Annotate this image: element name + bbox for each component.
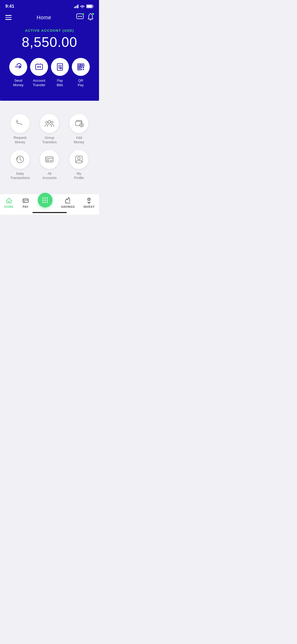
svg-rect-14	[78, 68, 80, 69]
add-money-button[interactable]: AddMoney	[66, 114, 92, 145]
my-profile-label: MyProfile	[74, 172, 84, 181]
pay-bills-label: PayBills	[57, 79, 63, 88]
grid-row-1: RequestMoney GroupTransfers	[5, 114, 94, 145]
svg-rect-13	[82, 65, 83, 66]
notifications-button[interactable]	[87, 13, 94, 22]
nav-savings-label: SAVINGS	[61, 205, 75, 208]
my-profile-icon-circle	[69, 150, 88, 169]
nav-savings[interactable]: SAVINGS	[61, 197, 75, 208]
status-icons	[74, 4, 94, 8]
request-money-button[interactable]: RequestMoney	[7, 114, 33, 145]
svg-rect-15	[81, 67, 82, 68]
add-money-label: AddMoney	[74, 136, 84, 145]
daily-transactions-icon-circle	[11, 150, 30, 169]
grid-row-2: DailyTransactions AllAccounts	[5, 150, 94, 181]
wifi-icon	[80, 4, 85, 8]
home-indicator	[32, 212, 67, 213]
svg-rect-26	[47, 160, 49, 161]
header-actions	[76, 13, 94, 22]
nav-invest-label: INVEST	[83, 205, 95, 208]
send-money-button[interactable]: SendMoney	[9, 58, 27, 88]
nav-center-icon-circle	[38, 193, 53, 208]
svg-point-34	[42, 200, 43, 201]
pay-bills-icon-circle	[51, 58, 69, 76]
svg-point-38	[44, 202, 45, 203]
svg-point-19	[48, 120, 51, 123]
group-transfers-button[interactable]: GroupTransfers	[36, 114, 63, 145]
svg-point-33	[46, 197, 48, 199]
svg-point-28	[78, 157, 80, 160]
svg-point-5	[81, 16, 82, 17]
nav-pay-label: PAY	[23, 205, 29, 208]
svg-point-35	[44, 200, 45, 201]
send-money-label: SendMoney	[13, 79, 23, 88]
nav-invest[interactable]: INVEST	[83, 197, 95, 208]
nav-pay[interactable]: PAY	[22, 197, 29, 208]
balance-amount: 8,550.00	[5, 34, 94, 50]
svg-point-36	[46, 200, 48, 201]
qr-pay-icon-circle	[72, 58, 90, 76]
svg-point-20	[46, 121, 48, 123]
svg-point-3	[78, 16, 79, 17]
svg-point-21	[51, 121, 53, 123]
svg-point-32	[44, 197, 45, 199]
daily-transactions-button[interactable]: DailyTransactions	[7, 150, 33, 181]
messages-button[interactable]	[76, 13, 84, 21]
account-transfer-label: AccountTransfer	[33, 79, 45, 88]
all-accounts-label: AllAccounts	[43, 172, 56, 181]
nav-home[interactable]: HOME	[4, 197, 13, 208]
signal-icon	[74, 4, 79, 8]
notifications-dot	[92, 13, 94, 15]
header-title: Home	[37, 15, 51, 21]
account-label: ACTIVE ACCOUNT (USD)	[5, 29, 94, 33]
svg-point-37	[42, 202, 43, 203]
qr-pay-label: QRPay	[78, 79, 83, 88]
svg-point-31	[42, 197, 43, 199]
group-transfers-label: GroupTransfers	[42, 136, 56, 145]
request-money-label: RequestMoney	[14, 136, 26, 145]
nav-home-label: HOME	[4, 205, 13, 208]
svg-rect-18	[83, 69, 84, 70]
svg-point-39	[46, 202, 48, 203]
svg-rect-30	[24, 201, 25, 202]
daily-transactions-label: DailyTransactions	[10, 172, 30, 181]
status-bar: 9:41	[0, 0, 99, 11]
svg-point-4	[79, 16, 81, 17]
grid-section: RequestMoney GroupTransfers	[0, 101, 99, 191]
quick-actions: SendMoney AccountTransfer	[5, 58, 94, 88]
bottom-nav: HOME PAY	[0, 194, 99, 215]
header: Home	[0, 11, 99, 26]
request-money-icon-circle	[11, 114, 30, 133]
send-money-icon-circle	[9, 58, 27, 76]
svg-rect-16	[83, 67, 84, 68]
svg-rect-12	[78, 65, 80, 66]
my-profile-button[interactable]: MyProfile	[66, 150, 92, 181]
account-transfer-button[interactable]: AccountTransfer	[30, 58, 48, 88]
account-transfer-icon-circle	[30, 58, 48, 76]
all-accounts-button[interactable]: AllAccounts	[36, 150, 63, 181]
svg-rect-17	[81, 69, 82, 70]
all-accounts-icon-circle	[40, 150, 59, 169]
svg-rect-29	[23, 199, 28, 203]
qr-pay-button[interactable]: QRPay	[72, 58, 90, 88]
svg-rect-1	[87, 5, 92, 8]
nav-center-button[interactable]	[38, 198, 53, 208]
battery-icon	[86, 4, 94, 8]
add-money-icon-circle	[69, 114, 88, 133]
status-time: 9:41	[5, 4, 14, 9]
hero-section: ACTIVE ACCOUNT (USD) 8,550.00 SendMoney	[0, 26, 99, 109]
svg-rect-8	[60, 67, 62, 69]
svg-rect-25	[46, 157, 53, 162]
messages-dot	[82, 13, 84, 15]
menu-button[interactable]	[5, 15, 12, 20]
group-transfers-icon-circle	[40, 114, 59, 133]
pay-bills-button[interactable]: PayBills	[51, 58, 69, 88]
